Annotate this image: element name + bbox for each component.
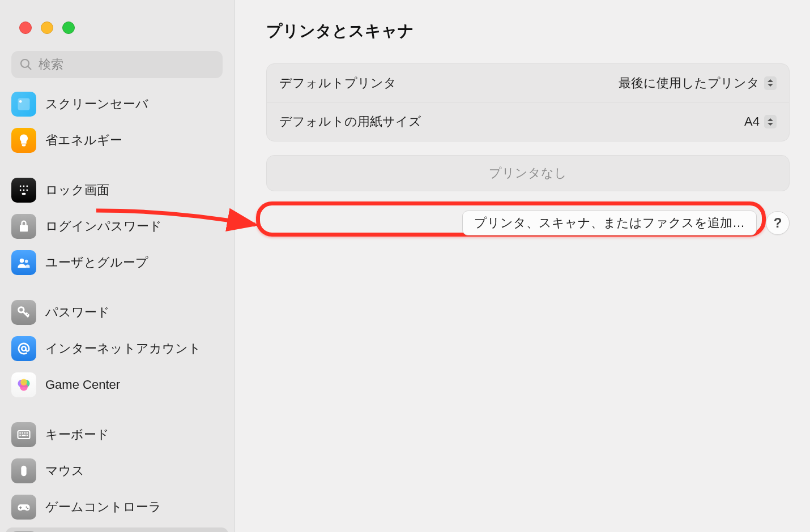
sidebar-item-screensaver[interactable]: スクリーンセーバ [6, 88, 228, 120]
sidebar-item-label: ロック画面 [45, 182, 109, 199]
svg-point-4 [20, 186, 22, 187]
sidebar-item-printers[interactable]: プリンタとスキャナ [6, 527, 228, 532]
key-icon [11, 300, 36, 325]
sidebar-item-usersgroups[interactable]: ユーザとグループ [6, 247, 228, 278]
sidebar-item-label: スクリーンセーバ [45, 96, 148, 113]
sidebar-item-energy[interactable]: 省エネルギー [6, 125, 228, 156]
svg-point-31 [27, 508, 28, 509]
dropdown-value: 最後に使用したプリンタ [619, 75, 760, 92]
controller-icon [11, 495, 36, 520]
sidebar-item-label: インターネットアカウント [45, 340, 201, 357]
page-title: プリンタとスキャナ [266, 20, 790, 42]
mouse-icon [11, 458, 36, 483]
svg-rect-26 [27, 435, 28, 436]
sidebar-item-label: パスワード [45, 304, 110, 321]
sidebar-nav: スクリーンセーバ 省エネルギー ロック画面 ログインパスワード [0, 86, 234, 532]
svg-point-8 [23, 190, 25, 191]
default-printer-dropdown[interactable]: 最後に使用したプリンタ [619, 75, 777, 92]
search-box[interactable] [11, 51, 223, 78]
sidebar-item-keyboard[interactable]: キーボード [6, 419, 228, 451]
svg-rect-23 [27, 432, 28, 434]
svg-point-9 [26, 190, 28, 191]
sidebar-item-lockscreen[interactable]: ロック画面 [6, 174, 228, 206]
svg-point-13 [19, 307, 24, 312]
window-controls [0, 22, 234, 51]
sidebar-item-loginpassword[interactable]: ログインパスワード [6, 211, 228, 242]
sidebar-item-label: Game Center [45, 377, 120, 392]
svg-rect-21 [22, 432, 23, 434]
svg-rect-2 [18, 98, 30, 110]
add-row: プリンタ、スキャナ、またはファクスを追加… ? [266, 211, 790, 235]
users-icon [11, 250, 36, 275]
svg-rect-25 [22, 435, 26, 436]
search-input[interactable] [39, 57, 215, 72]
sidebar-item-internetaccounts[interactable]: インターネットアカウント [6, 333, 228, 364]
keyboard-icon [11, 422, 36, 447]
svg-rect-10 [22, 193, 26, 195]
svg-point-5 [23, 186, 25, 187]
svg-line-1 [28, 66, 31, 70]
svg-point-18 [20, 379, 27, 385]
dropdown-value: A4 [744, 114, 760, 129]
svg-point-6 [26, 186, 28, 187]
help-button[interactable]: ? [766, 211, 790, 235]
sidebar-item-mouse[interactable]: マウス [6, 455, 228, 487]
svg-rect-27 [21, 466, 26, 477]
sidebar: スクリーンセーバ 省エネルギー ロック画面 ログインパスワード [0, 0, 235, 532]
row-default-paper: デフォルトの用紙サイズ A4 [267, 102, 789, 141]
screensaver-icon [11, 92, 36, 117]
svg-point-3 [19, 100, 22, 103]
lock-icon [11, 178, 36, 203]
sidebar-item-passwords[interactable]: パスワード [6, 297, 228, 328]
minimize-button[interactable] [41, 22, 53, 34]
svg-point-12 [25, 260, 28, 263]
sidebar-item-label: キーボード [45, 426, 109, 443]
svg-rect-29 [19, 507, 22, 508]
svg-point-7 [20, 190, 22, 191]
svg-point-11 [20, 259, 24, 263]
add-printer-button[interactable]: プリンタ、スキャナ、またはファクスを追加… [462, 211, 757, 235]
svg-point-0 [21, 59, 29, 67]
svg-rect-24 [19, 435, 20, 436]
sidebar-item-gamecenter[interactable]: Game Center [6, 369, 228, 401]
svg-point-30 [26, 507, 27, 508]
gamecenter-icon [11, 372, 36, 397]
updown-icon [764, 76, 777, 90]
sidebar-item-label: ユーザとグループ [45, 254, 148, 271]
row-label: デフォルトプリンタ [279, 75, 397, 92]
close-button[interactable] [19, 22, 32, 34]
row-default-printer: デフォルトプリンタ 最後に使用したプリンタ [267, 64, 789, 102]
sidebar-item-label: ゲームコントローラ [45, 499, 161, 516]
printer-list: プリンタなし [266, 155, 790, 191]
fullscreen-button[interactable] [62, 22, 75, 34]
settings-panel: デフォルトプリンタ 最後に使用したプリンタ デフォルトの用紙サイズ A4 [266, 63, 790, 141]
svg-rect-20 [19, 432, 20, 434]
at-icon [11, 336, 36, 361]
sidebar-item-label: 省エネルギー [45, 132, 122, 149]
empty-state-label: プリンタなし [489, 165, 567, 182]
sidebar-item-label: ログインパスワード [45, 218, 162, 235]
sidebar-item-label: マウス [45, 462, 84, 479]
main-content: プリンタとスキャナ デフォルトプリンタ 最後に使用したプリンタ デフォルトの用紙… [235, 0, 810, 532]
svg-rect-22 [24, 432, 25, 434]
row-label: デフォルトの用紙サイズ [279, 113, 421, 130]
sidebar-item-gamecontrollers[interactable]: ゲームコントローラ [6, 491, 228, 523]
search-icon [19, 58, 33, 71]
lightbulb-icon [11, 128, 36, 153]
default-paper-dropdown[interactable]: A4 [744, 114, 777, 129]
padlock-icon [11, 214, 36, 239]
updown-icon [764, 115, 777, 128]
